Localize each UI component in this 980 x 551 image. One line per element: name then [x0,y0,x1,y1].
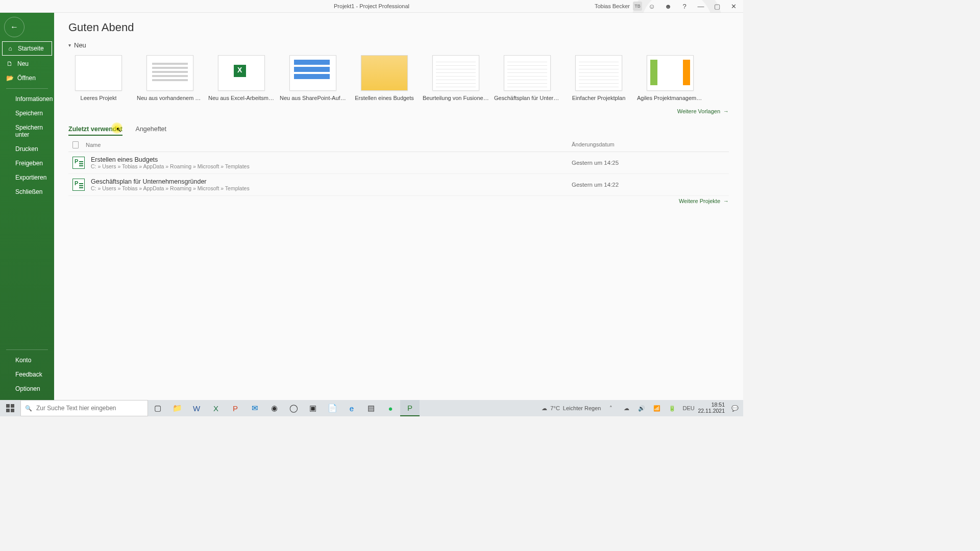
edge-icon[interactable]: e [342,400,361,416]
sidebar-item-export[interactable]: Exportieren [0,170,54,185]
svg-rect-3 [11,409,14,412]
template-card[interactable]: Geschäftsplan für Unterneh... [501,55,553,101]
template-card[interactable]: Erstellen eines Budgets [358,55,410,101]
page-title: Guten Abend [68,21,729,34]
taskbar-search[interactable]: 🔍 [20,400,148,416]
template-card[interactable]: Beurteilung von Fusionen un... [430,55,482,101]
close-button[interactable]: ✕ [727,1,740,11]
template-gallery: Leeres ProjektNeu aus vorhandenem Projek… [68,53,729,106]
template-card[interactable]: Leeres Projekt [72,55,125,101]
sidebar-item-new[interactable]: 🗋 Neu [0,57,54,71]
sidebar-item-label: Exportieren [15,174,46,181]
user-avatar[interactable]: TB [633,2,642,11]
template-card[interactable]: Einfacher Projektplan [573,55,625,101]
recent-item-path: C: » Users » Tobias » AppData » Roaming … [91,163,572,169]
section-label: Neu [74,41,86,49]
clock[interactable]: 18:51 22.11.2021 [698,402,725,414]
notifications-icon[interactable]: 💬 [730,405,740,412]
sidebar-item-label: Neu [17,60,29,67]
template-thumbnail [432,55,479,91]
sidebar-item-open[interactable]: 📂 Öffnen [0,71,54,85]
tab-pinned[interactable]: Angeheftet [136,123,166,135]
template-card[interactable]: Neu aus SharePoint-Aufgab... [287,55,339,101]
weather-widget[interactable]: ☁ 7°C Leichter Regen [542,405,601,412]
project-icon[interactable]: P [400,400,420,416]
column-name[interactable]: Name [86,142,101,148]
search-input[interactable] [36,405,143,412]
word-icon[interactable]: W [187,400,206,416]
mail-icon[interactable]: ✉ [245,400,264,416]
sidebar-item-save[interactable]: Speichern [0,106,54,120]
chrome-icon[interactable]: ◉ [264,400,284,416]
recent-item-name: Geschäftsplan für Unternehmensgründer [91,178,572,185]
template-thumbnail [504,55,551,91]
sidebar-item-print[interactable]: Drucken [0,142,54,156]
template-card[interactable]: Agiles Projektmanagement [644,55,696,101]
sidebar-item-info[interactable]: Informationen [0,92,54,106]
template-card[interactable]: Neu aus Excel-Arbeitsmappe [215,55,267,101]
onedrive-icon[interactable]: ☁ [621,405,631,412]
sidebar-item-label: Speichern unter [15,124,48,138]
volume-icon[interactable]: 🔊 [636,405,647,412]
sidebar-item-account[interactable]: Konto [0,353,54,367]
sidebar-item-save-as[interactable]: Speichern unter [0,120,54,142]
sidebar-item-label: Speichern [15,110,43,117]
section-new[interactable]: ▾ Neu [68,41,729,49]
app-icon[interactable]: ▣ [303,400,323,416]
sidebar-item-label: Feedback [15,371,42,378]
document-name: Projekt1 [334,3,354,9]
more-projects-link[interactable]: Weitere Projekte → [68,196,729,213]
windows-taskbar: 🔍 ▢ 📁 W X P ✉ ◉ ◯ ▣ 📄 e ▤ ● P ☁ 7°C Leic… [0,400,743,416]
powerpoint-icon[interactable]: P [226,400,245,416]
project-file-icon [72,157,85,169]
maximize-button[interactable]: ▢ [710,1,724,11]
excel-icon[interactable]: X [206,400,226,416]
chevron-down-icon: ▾ [68,42,71,48]
title-bar: Projekt1 - Project Professional Tobias B… [0,0,743,13]
minimize-button[interactable]: — [694,1,707,11]
network-icon[interactable]: 📶 [652,405,662,412]
spotify-icon[interactable]: ● [381,400,400,416]
more-templates-link[interactable]: Weitere Vorlagen → [68,106,729,123]
template-thumbnail [361,55,408,91]
tray-chevron-icon[interactable]: ˄ [606,405,616,412]
help-icon[interactable]: ? [678,1,691,11]
svg-rect-1 [11,404,14,408]
notepad-icon[interactable]: 📄 [323,400,342,416]
recent-item-date: Gestern um 14:25 [572,160,725,166]
column-date[interactable]: Änderungsdatum [572,141,725,148]
file-explorer-icon[interactable]: 📁 [167,400,187,416]
obs-icon[interactable]: ◯ [284,400,303,416]
sidebar-item-label: Schließen [15,188,42,195]
sidebar-item-options[interactable]: Optionen [0,382,54,396]
open-folder-icon: 📂 [6,74,13,82]
back-button[interactable]: ← [4,17,24,37]
sidebar-item-feedback[interactable]: Feedback [0,367,54,382]
app-icon-2[interactable]: ▤ [361,400,381,416]
template-thumbnail [289,55,336,91]
account-icon[interactable]: ☻ [662,1,675,11]
recent-item[interactable]: Geschäftsplan für UnternehmensgründerC: … [68,174,729,196]
battery-icon[interactable]: 🔋 [667,405,677,412]
template-label: Leeres Projekt [81,95,117,101]
sidebar-item-label: Drucken [15,145,38,153]
sidebar-item-share[interactable]: Freigeben [0,156,54,170]
cloud-icon: ☁ [542,405,547,412]
sidebar-item-label: Informationen [15,95,53,103]
recent-item[interactable]: Erstellen eines BudgetsC: » Users » Tobi… [68,152,729,174]
emoji-feedback-icon[interactable]: ☺ [645,1,658,11]
new-file-icon: 🗋 [6,60,13,67]
recent-item-path: C: » Users » Tobias » AppData » Roaming … [91,185,572,191]
arrow-right-icon: → [723,108,729,114]
language-indicator[interactable]: DEU [682,405,693,411]
sidebar-item-close[interactable]: Schließen [0,185,54,199]
template-thumbnail [575,55,622,91]
tab-recent[interactable]: Zuletzt verwendet [68,123,122,135]
recent-list: Erstellen eines BudgetsC: » Users » Tobi… [68,152,729,196]
svg-rect-0 [6,404,10,408]
start-button[interactable] [0,400,20,416]
template-card[interactable]: Neu aus vorhandenem Projekt [144,55,196,101]
template-thumbnail [146,55,193,91]
sidebar-item-home[interactable]: ⌂ Startseite [2,41,52,56]
task-view-icon[interactable]: ▢ [148,400,167,416]
